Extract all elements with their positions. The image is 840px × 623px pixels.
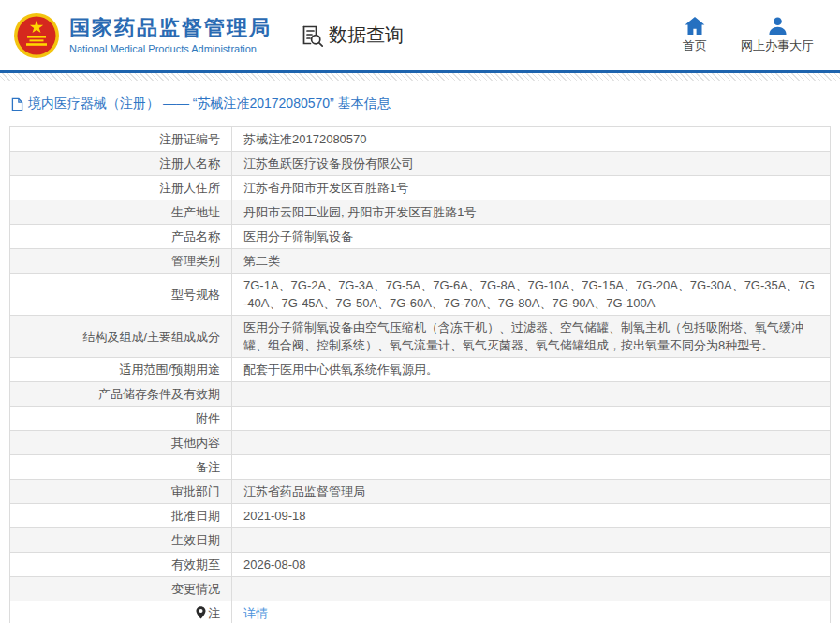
row-value: 配套于医用中心供氧系统作氧源用。 xyxy=(232,358,831,382)
table-row: 生效日期 xyxy=(10,528,831,553)
table-row: 注册证编号苏械注准20172080570 xyxy=(10,127,831,152)
table-row: 注册人住所江苏省丹阳市开发区百胜路1号 xyxy=(10,176,831,200)
data-query-label: 数据查询 xyxy=(329,22,404,48)
breadcrumb-text: 境内医疗器械（注册） —— “苏械注准20172080570” 基本信息 xyxy=(28,96,391,112)
table-row: 其他内容 xyxy=(10,431,831,455)
org-name-en: National Medical Products Administration xyxy=(69,43,272,54)
row-value: 丹阳市云阳工业园, 丹阳市开发区百胜路1号 xyxy=(232,200,831,225)
row-label: 审批部门 xyxy=(10,480,232,504)
row-label: 管理类别 xyxy=(10,249,232,274)
header-hatch-band xyxy=(0,73,840,81)
table-row: 注册人名称江苏鱼跃医疗设备股份有限公司 xyxy=(10,152,831,176)
table-row: 管理类别第二类 xyxy=(10,249,831,274)
detail-link[interactable]: 详情 xyxy=(243,606,268,620)
document-search-icon xyxy=(300,23,324,48)
row-value xyxy=(232,528,831,553)
row-value: 详情 xyxy=(232,601,831,623)
row-value: 2026-08-08 xyxy=(232,553,831,577)
row-label: 产品名称 xyxy=(10,225,232,249)
row-value xyxy=(232,577,831,601)
table-row: 生产地址丹阳市云阳工业园, 丹阳市开发区百胜路1号 xyxy=(10,200,831,225)
document-icon xyxy=(11,97,23,111)
row-value: 江苏省药品监督管理局 xyxy=(232,480,831,504)
row-value: 7G-1A、7G-2A、7G-3A、7G-5A、7G-6A、7G-8A、7G-1… xyxy=(232,274,831,316)
row-label: 备注 xyxy=(10,455,232,480)
row-label: 有效期至 xyxy=(10,553,232,577)
row-label: 结构及组成/主要组成成分 xyxy=(10,316,232,358)
row-label: 其他内容 xyxy=(10,431,232,455)
table-row: 型号规格7G-1A、7G-2A、7G-3A、7G-5A、7G-6A、7G-8A、… xyxy=(10,274,831,316)
row-value: 医用分子筛制氧设备由空气压缩机（含冻干机）、过滤器、空气储罐、制氧主机（包括吸附… xyxy=(232,316,831,358)
user-icon xyxy=(768,17,788,35)
row-value: 江苏省丹阳市开发区百胜路1号 xyxy=(232,176,831,200)
row-label: 注册人住所 xyxy=(10,176,232,200)
breadcrumb: 境内医疗器械（注册） —— “苏械注准20172080570” 基本信息 xyxy=(11,96,840,112)
header-nav: 首页 网上办事大厅 xyxy=(683,17,814,54)
row-value xyxy=(232,382,831,407)
row-label: 注册证编号 xyxy=(10,127,232,152)
row-value: 江苏鱼跃医疗设备股份有限公司 xyxy=(232,152,831,176)
row-label: 附件 xyxy=(10,407,232,431)
nav-item-home-label: 首页 xyxy=(683,37,707,54)
row-label: 生效日期 xyxy=(10,528,232,553)
row-label: 注 xyxy=(10,601,232,623)
table-row: 变更情况 xyxy=(10,577,831,601)
row-value: 第二类 xyxy=(232,249,831,274)
row-value xyxy=(232,431,831,455)
registration-info-table: 注册证编号苏械注准20172080570注册人名称江苏鱼跃医疗设备股份有限公司注… xyxy=(9,126,831,623)
row-value xyxy=(232,455,831,480)
info-table-body: 注册证编号苏械注准20172080570注册人名称江苏鱼跃医疗设备股份有限公司注… xyxy=(10,127,831,623)
row-value: 2021-09-18 xyxy=(232,504,831,528)
row-label: 变更情况 xyxy=(10,577,232,601)
table-row: 产品名称医用分子筛制氧设备 xyxy=(10,225,831,249)
row-label: 型号规格 xyxy=(10,274,232,316)
row-label: 批准日期 xyxy=(10,504,232,528)
nav-item-service-hall[interactable]: 网上办事大厅 xyxy=(741,17,814,54)
table-row: 注详情 xyxy=(10,601,831,623)
pin-icon xyxy=(196,606,206,619)
page-header: 国家药品监督管理局 National Medical Products Admi… xyxy=(0,0,840,70)
row-value: 苏械注准20172080570 xyxy=(232,127,831,152)
table-row: 批准日期2021-09-18 xyxy=(10,504,831,528)
row-value xyxy=(232,407,831,431)
table-row: 附件 xyxy=(10,407,831,431)
row-label: 注册人名称 xyxy=(10,152,232,176)
nav-item-service-hall-label: 网上办事大厅 xyxy=(741,37,814,54)
table-row: 结构及组成/主要组成成分医用分子筛制氧设备由空气压缩机（含冻干机）、过滤器、空气… xyxy=(10,316,831,358)
table-row: 适用范围/预期用途配套于医用中心供氧系统作氧源用。 xyxy=(10,358,831,382)
row-label: 生产地址 xyxy=(10,200,232,225)
data-query-menu[interactable]: 数据查询 xyxy=(300,22,404,48)
table-row: 审批部门江苏省药品监督管理局 xyxy=(10,480,831,504)
org-title-block: 国家药品监督管理局 National Medical Products Admi… xyxy=(69,16,272,53)
table-row: 有效期至2026-08-08 xyxy=(10,553,831,577)
table-row: 产品储存条件及有效期 xyxy=(10,382,831,407)
home-icon xyxy=(685,17,705,35)
row-value: 医用分子筛制氧设备 xyxy=(232,225,831,249)
row-label: 产品储存条件及有效期 xyxy=(10,382,232,407)
org-name-cn: 国家药品监督管理局 xyxy=(69,16,272,39)
row-label: 适用范围/预期用途 xyxy=(10,358,232,382)
nav-item-home[interactable]: 首页 xyxy=(683,17,707,54)
table-row: 备注 xyxy=(10,455,831,480)
national-emblem-logo xyxy=(13,12,60,59)
